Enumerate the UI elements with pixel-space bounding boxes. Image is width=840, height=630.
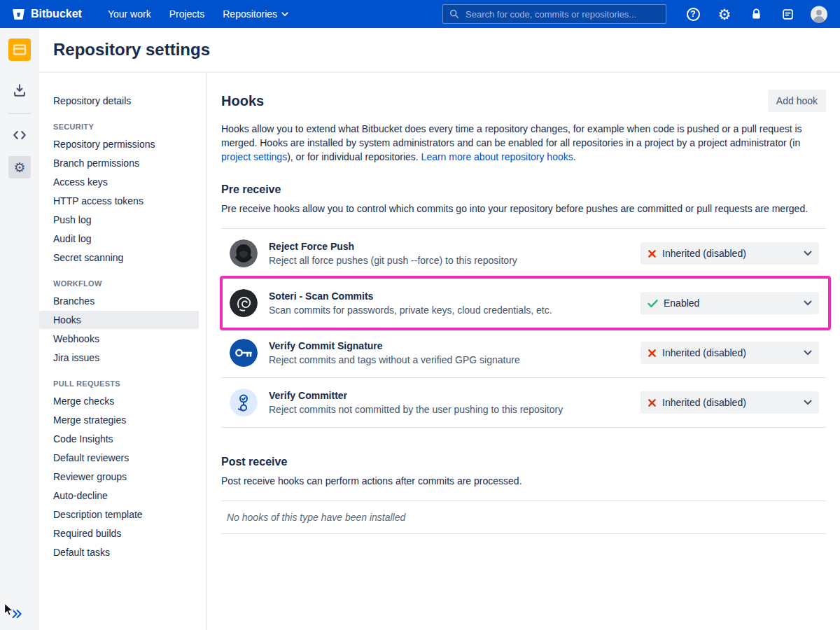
hook-row-soteri-scan-commits: Soteri - Scan Commits Scan commits for p… <box>221 279 826 328</box>
sidebar-section-workflow: WORKFLOW <box>39 267 199 291</box>
sidebar-item-code-insights[interactable]: Code Insights <box>39 430 199 448</box>
disabled-x-icon <box>648 249 657 258</box>
hook-status-label: Inherited (disabled) <box>662 397 746 408</box>
add-hook-button[interactable]: Add hook <box>768 90 826 112</box>
hook-name: Soteri - Scan Commits <box>269 290 552 302</box>
sidebar-item-http-access-tokens[interactable]: HTTP access tokens <box>39 192 199 210</box>
brand-name: Bitbucket <box>31 8 82 20</box>
sidebar-item-jira-issues[interactable]: Jira issues <box>39 349 199 367</box>
disabled-x-icon <box>648 398 657 407</box>
sidebar-rail: ⚙ <box>0 28 39 630</box>
sidebar-section-pull-requests: PULL REQUESTS <box>39 368 199 391</box>
pre-receive-hook-list: Reject Force Push Reject all force pushe… <box>221 228 826 428</box>
sidebar-item-reviewer-groups[interactable]: Reviewer groups <box>39 468 199 486</box>
hook-description: Reject commits not committed by the user… <box>269 404 563 415</box>
sidebar-item-default-reviewers[interactable]: Default reviewers <box>39 449 199 467</box>
hook-status-dropdown-verify-commit-signature[interactable]: Inherited (disabled) <box>640 342 819 364</box>
page-header: Repository settings <box>39 28 840 73</box>
hook-description: Reject commits and tags without a verifi… <box>269 354 520 365</box>
hook-description: Reject all force pushes (git push --forc… <box>269 255 517 266</box>
hooks-settings-panel: Hooks Add hook Hooks allow you to extend… <box>207 73 840 630</box>
expand-sidebar-icon[interactable] <box>11 609 23 622</box>
sidebar-item-auto-decline[interactable]: Auto-decline <box>39 486 199 505</box>
hooks-intro: Hooks allow you to extend what Bitbucket… <box>221 122 826 164</box>
soteri-scan-commits-icon <box>230 289 258 317</box>
hook-row-verify-commit-signature: Verify Commit Signature Reject commits a… <box>221 328 826 378</box>
sidebar-item-branch-permissions[interactable]: Branch permissions <box>39 154 199 172</box>
sidebar-item-merge-checks[interactable]: Merge checks <box>39 392 199 410</box>
intro-text-3: . <box>573 151 576 162</box>
nav-projects-label: Projects <box>169 8 205 20</box>
sidebar-item-access-keys[interactable]: Access keys <box>39 173 199 191</box>
post-receive-description: Post receive hooks can perform actions a… <box>221 474 826 488</box>
chevron-down-icon <box>804 251 812 256</box>
disabled-x-icon <box>648 349 657 358</box>
bitbucket-logo[interactable]: Bitbucket <box>11 7 82 22</box>
chevron-down-icon <box>804 300 812 306</box>
post-receive-empty-message: No hooks of this type have been installe… <box>221 500 826 534</box>
intro-text-1: Hooks allow you to extend what Bitbucket… <box>221 123 802 148</box>
sidebar-item-repository-permissions[interactable]: Repository permissions <box>39 135 199 153</box>
enabled-check-icon <box>648 299 658 308</box>
sidebar-item-branches[interactable]: Branches <box>39 292 199 310</box>
hook-status-label: Inherited (disabled) <box>662 248 746 259</box>
global-search[interactable] <box>442 4 666 24</box>
nav-projects[interactable]: Projects <box>160 4 214 24</box>
source-code-icon[interactable] <box>8 124 31 146</box>
hook-name: Verify Commit Signature <box>269 340 520 351</box>
hook-name: Reject Force Push <box>269 241 517 252</box>
verify-committer-icon <box>230 388 258 416</box>
hook-status-dropdown-reject-force-push[interactable]: Inherited (disabled) <box>640 242 819 265</box>
pre-receive-heading: Pre receive <box>221 183 826 196</box>
nav-utility-icons: ? ⚙ <box>685 6 829 22</box>
primary-nav: Your work Projects Repositories <box>99 4 298 24</box>
sidebar-item-webhooks[interactable]: Webhooks <box>39 330 199 348</box>
nav-repositories[interactable]: Repositories <box>214 4 298 24</box>
help-icon[interactable]: ? <box>685 6 701 22</box>
hook-status-dropdown-soteri[interactable]: Enabled <box>640 292 819 314</box>
intro-text-2: ), or for individual repositories. <box>287 151 421 162</box>
learn-more-link[interactable]: Learn more about repository hooks <box>421 151 573 162</box>
hook-row-reject-force-push: Reject Force Push Reject all force pushe… <box>221 229 826 279</box>
pre-receive-description: Pre receive hooks allow you to control w… <box>221 202 826 216</box>
nav-repositories-label: Repositories <box>223 8 277 20</box>
verify-commit-signature-icon <box>230 339 258 367</box>
sidebar-section-security: SECURITY <box>39 111 199 134</box>
project-settings-link[interactable]: project settings <box>221 151 287 162</box>
sidebar-item-audit-log[interactable]: Audit log <box>39 230 199 248</box>
nav-your-work[interactable]: Your work <box>99 4 160 24</box>
page-title: Repository settings <box>53 40 210 59</box>
chevron-down-icon <box>281 12 288 17</box>
sidebar-item-secret-scanning[interactable]: Secret scanning <box>39 248 199 267</box>
sidebar-item-description-template[interactable]: Description template <box>39 505 199 524</box>
page-frame: ⚙ Repository settings Repository details… <box>0 28 840 630</box>
repository-avatar[interactable] <box>8 38 31 61</box>
feedback-icon[interactable] <box>779 6 796 22</box>
rail-divider <box>8 113 31 114</box>
top-navigation: Bitbucket Your work Projects Repositorie… <box>0 0 840 28</box>
hook-description: Scan commits for passwords, private keys… <box>269 304 552 316</box>
clone-icon[interactable] <box>8 79 31 102</box>
hook-status-dropdown-verify-committer[interactable]: Inherited (disabled) <box>640 391 819 414</box>
chevron-down-icon <box>804 350 812 356</box>
search-input[interactable] <box>464 8 659 20</box>
sidebar-item-push-log[interactable]: Push log <box>39 211 199 229</box>
chevron-down-icon <box>804 400 812 405</box>
sidebar-item-hooks[interactable]: Hooks <box>39 311 199 329</box>
sidebar-item-repository-details[interactable]: Repository details <box>39 92 199 110</box>
reject-force-push-icon <box>230 239 258 267</box>
content-column: Repository settings Repository details S… <box>39 28 840 630</box>
lock-icon[interactable] <box>748 6 764 22</box>
avatar[interactable] <box>811 6 827 22</box>
post-receive-heading: Post receive <box>221 456 826 468</box>
hook-row-verify-committer: Verify Committer Reject commits not comm… <box>221 378 826 428</box>
sidebar-item-merge-strategies[interactable]: Merge strategies <box>39 411 199 429</box>
sidebar-item-required-builds[interactable]: Required builds <box>39 524 199 542</box>
gear-icon[interactable]: ⚙ <box>716 6 733 22</box>
nav-your-work-label: Your work <box>108 8 151 20</box>
settings-gear-icon[interactable]: ⚙ <box>8 156 31 178</box>
hook-status-label: Enabled <box>664 298 699 309</box>
sidebar-item-default-tasks[interactable]: Default tasks <box>39 543 199 561</box>
settings-sidebar: Repository details SECURITY Repository p… <box>39 73 207 630</box>
hook-status-label: Inherited (disabled) <box>662 347 746 358</box>
